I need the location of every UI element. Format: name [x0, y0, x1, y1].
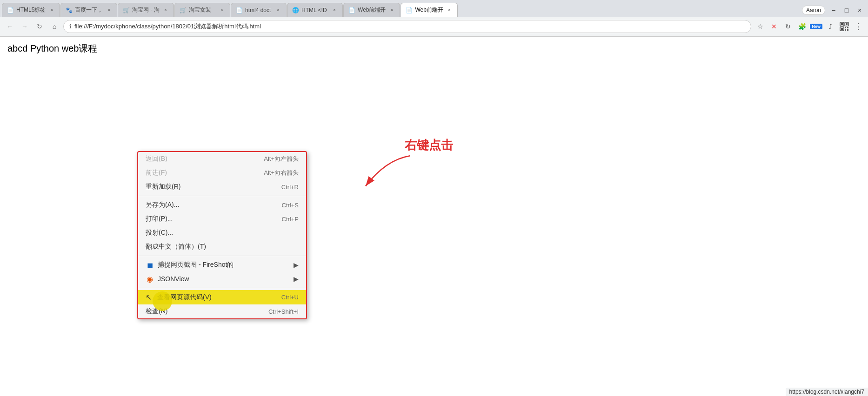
maximize-icon: □: [845, 7, 848, 14]
reload-icon2: ↻: [785, 23, 791, 30]
context-menu-cast[interactable]: 投射(C)...: [138, 226, 306, 240]
context-menu-print-shortcut: Ctrl+P: [282, 216, 299, 223]
tab-close-6[interactable]: ×: [331, 7, 338, 13]
context-menu-saveas[interactable]: 另存为(A)... Ctrl+S: [138, 198, 306, 212]
toolbar-right: ☆ ✕ ↻ 🧩 New ⤴: [754, 20, 864, 33]
lock-icon: ℹ: [69, 23, 72, 30]
tab-label-7: Web前端开: [358, 6, 386, 14]
tab-label-4: 淘宝女装: [189, 6, 216, 14]
tab-1[interactable]: 📄 HTML5标签 ×: [2, 3, 60, 17]
clear-icon: ✕: [771, 23, 777, 30]
context-menu-saveas-shortcut: Ctrl+S: [282, 202, 299, 209]
context-menu-back-shortcut: Alt+向左箭头: [264, 155, 299, 163]
tab-label-2: 百度一下，: [75, 6, 103, 14]
share-icon: ⤴: [829, 23, 832, 30]
svg-rect-6: [845, 27, 846, 28]
bookmark-button[interactable]: ☆: [754, 20, 766, 33]
tab-close-2[interactable]: ×: [106, 7, 112, 13]
forward-button[interactable]: →: [19, 20, 31, 33]
context-menu-viewsource-shortcut: Ctrl+U: [281, 294, 299, 301]
tab-close-8[interactable]: ×: [446, 7, 453, 13]
home-button[interactable]: ⌂: [48, 20, 60, 33]
window-close-button[interactable]: ×: [855, 6, 864, 15]
minimize-button[interactable]: −: [829, 6, 838, 15]
qr-icon: [840, 22, 849, 31]
tab-close-4[interactable]: ×: [219, 7, 225, 13]
tab-favicon-8: 📄: [406, 7, 412, 13]
qr-button[interactable]: [838, 20, 850, 33]
svg-rect-3: [846, 23, 848, 25]
tab-8-active[interactable]: 📄 Web前端开 ×: [401, 3, 457, 17]
share-button[interactable]: ⤴: [824, 20, 836, 33]
extensions-icon: 🧩: [798, 23, 806, 30]
tab-2[interactable]: 🐾 百度一下， ×: [60, 3, 117, 17]
context-menu-inspect-shortcut: Ctrl+Shift+I: [268, 308, 299, 315]
tab-5[interactable]: 📄 html4 doct ×: [231, 3, 287, 17]
context-menu-reload[interactable]: 重新加载(R) Ctrl+R: [138, 180, 306, 194]
home-icon: ⌂: [53, 23, 56, 30]
tab-label-5: html4 doct: [245, 7, 272, 13]
context-divider-3: [138, 288, 306, 288]
profile-button[interactable]: Aaron: [802, 6, 825, 15]
tab-label-6: HTML <!D: [301, 7, 328, 13]
url-bar[interactable]: ℹ file:///F:/mydoc/kphone/class/python/1…: [63, 20, 751, 33]
jsonview-submenu-arrow: ▶: [294, 275, 299, 283]
context-menu-saveas-label: 另存为(A)...: [146, 201, 179, 209]
tab-favicon-2: 🐾: [66, 7, 72, 13]
tab-label-3: 淘宝网 - 淘: [132, 6, 160, 14]
minimize-icon: −: [832, 7, 835, 14]
clear-button[interactable]: ✕: [768, 20, 780, 33]
svg-rect-9: [847, 29, 848, 31]
reload-icon: ↻: [37, 23, 42, 30]
tab-favicon-4: 🛒: [180, 7, 186, 13]
back-button[interactable]: ←: [4, 20, 16, 33]
tab-close-7[interactable]: ×: [388, 7, 395, 13]
tab-4[interactable]: 🛒 淘宝女装 ×: [174, 3, 230, 17]
jsonview-icon: ◉: [146, 275, 154, 283]
context-menu-print[interactable]: 打印(P)... Ctrl+P: [138, 212, 306, 226]
tab-3[interactable]: 🛒 淘宝网 - 淘 ×: [118, 3, 174, 17]
fireshot-icon: ◼: [146, 261, 154, 269]
tab-close-5[interactable]: ×: [275, 7, 281, 13]
new-badge-area: New: [810, 24, 822, 29]
page-text: abcd Python web课程: [7, 43, 97, 53]
tab-favicon-5: 📄: [236, 7, 242, 13]
context-menu-back[interactable]: 返回(B) Alt+向左箭头: [138, 152, 306, 166]
status-bar: https://blog.csdn.net/xiangchi7: [786, 388, 868, 396]
forward-icon: →: [21, 23, 28, 30]
new-badge: New: [810, 24, 822, 29]
tab-6[interactable]: 🌐 HTML <!D ×: [287, 3, 343, 17]
extensions-button[interactable]: 🧩: [796, 20, 808, 33]
context-menu-translate[interactable]: 翻成中文（简体）(T): [138, 240, 306, 254]
maximize-button[interactable]: □: [842, 6, 851, 15]
context-menu-cast-label: 投射(C)...: [146, 229, 173, 237]
svg-rect-8: [845, 29, 846, 31]
star-icon: ☆: [757, 23, 763, 30]
tab-favicon-1: 📄: [7, 7, 13, 13]
context-divider-2: [138, 256, 306, 256]
tab-7[interactable]: 📄 Web前端开 ×: [343, 3, 400, 17]
context-menu-jsonview[interactable]: ◉ JSONView ▶: [138, 272, 306, 286]
tab-close-1[interactable]: ×: [48, 7, 55, 13]
reload-button[interactable]: ↻: [33, 20, 46, 33]
tab-favicon-7: 📄: [348, 7, 355, 13]
context-menu-forward-shortcut: Alt+向右箭头: [264, 169, 299, 177]
tab-label-8: Web前端开: [415, 6, 443, 14]
context-menu-fireshot[interactable]: ◼ 捕捉网页截图 - FireShot的 ▶: [138, 258, 306, 272]
url-text: file:///F:/mydoc/kphone/class/python/180…: [74, 22, 745, 31]
page-content: abcd Python web课程: [0, 37, 868, 60]
cursor-highlight: [153, 291, 172, 311]
context-menu-jsonview-label: JSONView: [158, 275, 189, 283]
menu-button[interactable]: ⋮: [852, 21, 864, 32]
cursor-icon: ↖: [146, 293, 152, 302]
context-menu-forward[interactable]: 前进(F) Alt+向右箭头: [138, 166, 306, 180]
tabs-wrapper: 📄 HTML5标签 × 🐾 百度一下， × 🛒 淘宝网 - 淘 × 🛒 淘宝女装…: [0, 3, 802, 17]
tab-close-3[interactable]: ×: [162, 7, 169, 13]
profile-name: Aaron: [806, 7, 821, 13]
tab-favicon-3: 🛒: [123, 7, 129, 13]
reload-button2[interactable]: ↻: [782, 20, 794, 33]
context-menu-back-label: 返回(B): [146, 155, 167, 163]
context-menu-translate-label: 翻成中文（简体）(T): [146, 243, 206, 251]
status-url: https://blog.csdn.net/xiangchi7: [789, 389, 864, 395]
context-menu-reload-shortcut: Ctrl+R: [281, 184, 299, 191]
